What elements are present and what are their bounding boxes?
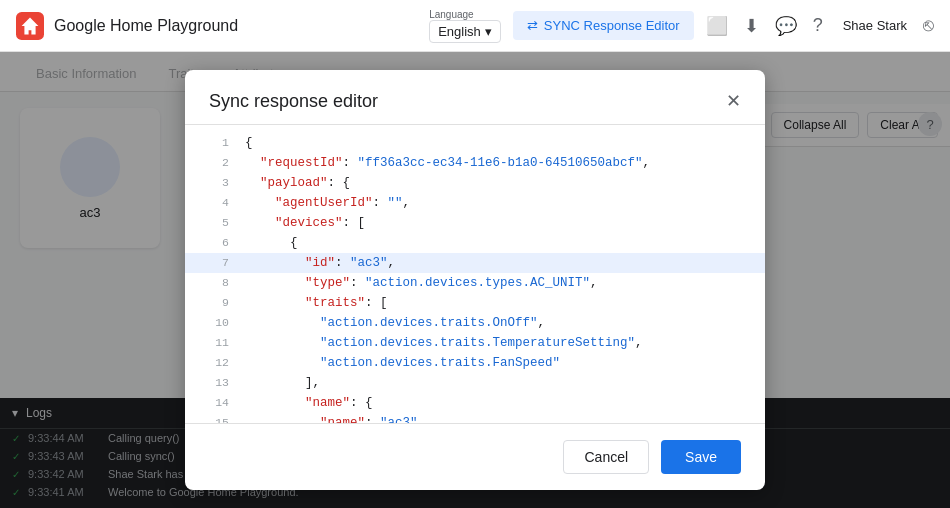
- code-line-2: 2 "requestId": "ff36a3cc-ec34-11e6-b1a0-…: [185, 153, 765, 173]
- cancel-button[interactable]: Cancel: [563, 440, 649, 474]
- line-number-1: 1: [201, 133, 229, 152]
- code-line-15: 15 "name": "ac3",: [185, 413, 765, 423]
- sync-icon: ⇄: [527, 18, 538, 33]
- app-title: Google Home Playground: [54, 17, 238, 35]
- save-button[interactable]: Save: [661, 440, 741, 474]
- download-icon[interactable]: ⬇: [744, 15, 759, 37]
- topbar: Google Home Playground Language English …: [0, 0, 950, 52]
- code-line-4: 4 "agentUserId": "",: [185, 193, 765, 213]
- code-line-5: 5 "devices": [: [185, 213, 765, 233]
- export-icon[interactable]: ⬜: [706, 15, 728, 37]
- code-line-12: 12 "action.devices.traits.FanSpeed": [185, 353, 765, 373]
- line-number-5: 5: [201, 213, 229, 232]
- code-line-3: 3 "payload": {: [185, 173, 765, 193]
- line-number-2: 2: [201, 153, 229, 172]
- code-line-1: 1{: [185, 133, 765, 153]
- modal-header: Sync response editor ✕: [185, 70, 765, 125]
- line-number-13: 13: [201, 373, 229, 392]
- sync-response-editor-modal: Sync response editor ✕ 1{2 "requestId": …: [185, 70, 765, 490]
- line-content-1[interactable]: {: [245, 133, 749, 153]
- code-line-11: 11 "action.devices.traits.TemperatureSet…: [185, 333, 765, 353]
- code-line-10: 10 "action.devices.traits.OnOff",: [185, 313, 765, 333]
- line-content-7[interactable]: "id": "ac3",: [245, 253, 749, 273]
- code-line-8: 8 "type": "action.devices.types.AC_UNIT"…: [185, 273, 765, 293]
- sync-btn-label: SYNC Response Editor: [544, 18, 680, 33]
- line-number-8: 8: [201, 273, 229, 292]
- language-label: Language: [429, 9, 474, 20]
- user-name: Shae Stark: [843, 18, 907, 33]
- line-number-12: 12: [201, 353, 229, 372]
- line-content-4[interactable]: "agentUserId": "",: [245, 193, 749, 213]
- line-number-6: 6: [201, 233, 229, 252]
- code-line-9: 9 "traits": [: [185, 293, 765, 313]
- app-logo: Google Home Playground: [16, 12, 238, 40]
- language-value: English: [438, 24, 481, 39]
- line-content-10[interactable]: "action.devices.traits.OnOff",: [245, 313, 749, 333]
- code-line-13: 13 ],: [185, 373, 765, 393]
- code-editor[interactable]: 1{2 "requestId": "ff36a3cc-ec34-11e6-b1a…: [185, 125, 765, 423]
- home-icon: [16, 12, 44, 40]
- modal-title: Sync response editor: [209, 91, 378, 112]
- line-content-6[interactable]: {: [245, 233, 749, 253]
- line-number-11: 11: [201, 333, 229, 352]
- line-content-12[interactable]: "action.devices.traits.FanSpeed": [245, 353, 749, 373]
- code-line-6: 6 {: [185, 233, 765, 253]
- logout-icon[interactable]: ⎋: [923, 15, 934, 36]
- feedback-icon[interactable]: 💬: [775, 15, 797, 37]
- line-number-14: 14: [201, 393, 229, 412]
- modal-body[interactable]: 1{2 "requestId": "ff36a3cc-ec34-11e6-b1a…: [185, 125, 765, 423]
- modal-overlay: Sync response editor ✕ 1{2 "requestId": …: [0, 52, 950, 508]
- line-content-11[interactable]: "action.devices.traits.TemperatureSettin…: [245, 333, 749, 353]
- line-content-14[interactable]: "name": {: [245, 393, 749, 413]
- language-selector[interactable]: Language English ▾: [429, 9, 501, 43]
- sync-response-editor-button[interactable]: ⇄ SYNC Response Editor: [513, 11, 694, 40]
- code-line-7: 7 "id": "ac3",: [185, 253, 765, 273]
- line-content-9[interactable]: "traits": [: [245, 293, 749, 313]
- line-number-4: 4: [201, 193, 229, 212]
- code-line-14: 14 "name": {: [185, 393, 765, 413]
- line-content-15[interactable]: "name": "ac3",: [245, 413, 749, 423]
- language-dropdown[interactable]: English ▾: [429, 20, 501, 43]
- main-content: Basic Information Traits Attributes ac3 …: [0, 52, 950, 508]
- modal-close-button[interactable]: ✕: [726, 90, 741, 112]
- line-number-7: 7: [201, 253, 229, 272]
- line-number-15: 15: [201, 413, 229, 423]
- modal-footer: Cancel Save: [185, 423, 765, 490]
- help-icon[interactable]: ?: [813, 15, 823, 36]
- line-content-5[interactable]: "devices": [: [245, 213, 749, 233]
- line-number-10: 10: [201, 313, 229, 332]
- line-number-3: 3: [201, 173, 229, 192]
- line-content-13[interactable]: ],: [245, 373, 749, 393]
- line-content-8[interactable]: "type": "action.devices.types.AC_UNIT",: [245, 273, 749, 293]
- line-content-2[interactable]: "requestId": "ff36a3cc-ec34-11e6-b1a0-64…: [245, 153, 749, 173]
- line-content-3[interactable]: "payload": {: [245, 173, 749, 193]
- line-number-9: 9: [201, 293, 229, 312]
- chevron-down-icon: ▾: [485, 24, 492, 39]
- topbar-icons: ⬜ ⬇ 💬 ? Shae Stark ⎋: [706, 15, 934, 37]
